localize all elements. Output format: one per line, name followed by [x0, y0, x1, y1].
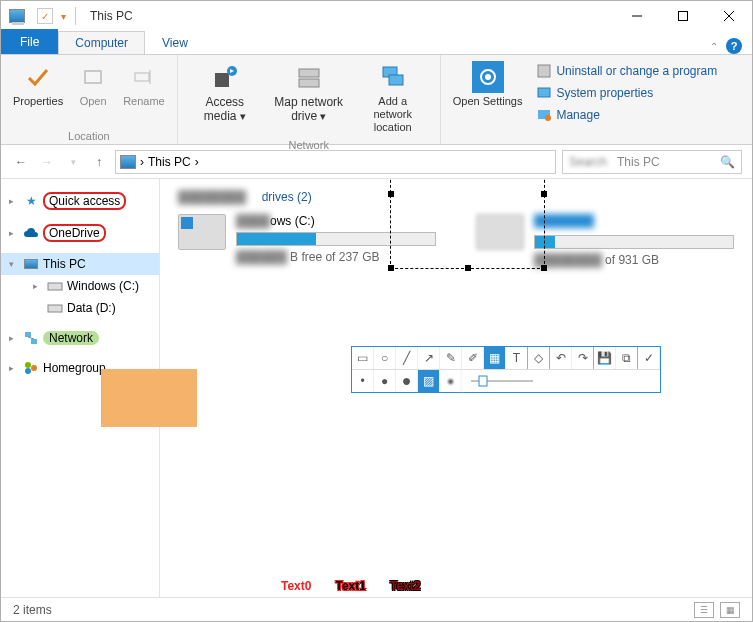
- manage-button[interactable]: Manage: [532, 105, 721, 125]
- minimize-button[interactable]: [614, 1, 660, 31]
- map-network-drive-button[interactable]: Map network drive ▾: [270, 59, 348, 126]
- status-bar: 2 items ☰ ▦: [1, 597, 752, 621]
- up-button[interactable]: ↑: [89, 152, 109, 172]
- tiles-view-button[interactable]: ▦: [720, 602, 740, 618]
- checkmark-icon: [22, 61, 54, 93]
- drive-icon: [47, 300, 63, 316]
- this-pc-icon: [120, 155, 136, 169]
- titlebar-left: ✓ ▾ This PC: [9, 7, 133, 25]
- svg-rect-22: [25, 332, 31, 337]
- network-icon: [23, 330, 39, 346]
- svg-rect-5: [135, 73, 149, 81]
- tool-arrow[interactable]: ↗: [418, 347, 440, 369]
- media-icon: [209, 61, 241, 93]
- properties-button[interactable]: Properties: [9, 59, 67, 110]
- sidebar-item-network[interactable]: ▸ Network: [1, 327, 159, 349]
- svg-rect-17: [538, 88, 550, 97]
- open-settings-button[interactable]: Open Settings: [449, 59, 527, 110]
- selection-rectangle[interactable]: [390, 179, 545, 269]
- details-view-button[interactable]: ☰: [694, 602, 714, 618]
- tool-text[interactable]: T: [506, 347, 528, 369]
- add-network-location-button[interactable]: Add a network location: [354, 59, 432, 137]
- sidebar-item-windows-c[interactable]: ▸ Windows (C:): [1, 275, 159, 297]
- svg-rect-10: [299, 79, 319, 87]
- uninstall-icon: [536, 63, 552, 79]
- recent-locations-button[interactable]: ▾: [63, 152, 83, 172]
- titlebar: ✓ ▾ This PC: [1, 1, 752, 31]
- capacity-bar: [534, 235, 734, 249]
- search-icon: 🔍: [720, 155, 735, 169]
- size-large[interactable]: ●: [396, 370, 418, 392]
- monitor-icon: [23, 256, 39, 272]
- rename-button[interactable]: Rename: [119, 59, 169, 110]
- tool-rectangle[interactable]: ▭: [352, 347, 374, 369]
- svg-point-19: [545, 115, 551, 121]
- item-count: 2 items: [13, 603, 52, 617]
- back-button[interactable]: ←: [11, 152, 31, 172]
- sidebar-item-onedrive[interactable]: ▸ OneDrive: [1, 221, 159, 245]
- svg-rect-7: [215, 73, 229, 87]
- tool-line[interactable]: ╱: [396, 347, 418, 369]
- rename-icon: [128, 61, 160, 93]
- tool-eraser[interactable]: ◇: [528, 347, 550, 369]
- cloud-icon: [23, 225, 39, 241]
- help-icon[interactable]: ?: [726, 38, 742, 54]
- address-bar[interactable]: › This PC ›: [115, 150, 556, 174]
- tool-pencil[interactable]: ✎: [440, 347, 462, 369]
- maximize-button[interactable]: [660, 1, 706, 31]
- access-media-button[interactable]: Access media ▾: [186, 59, 264, 126]
- window-title: This PC: [90, 9, 133, 23]
- qat-dropdown[interactable]: ▾: [57, 8, 69, 24]
- qat-item[interactable]: ✓: [37, 8, 53, 24]
- mosaic-style-2[interactable]: ●: [440, 370, 462, 392]
- annotation-toolbar[interactable]: ▭ ○ ╱ ↗ ✎ ✐ ▦ T ◇ ↶ ↷ 💾 ⧉ ✓ • ● ● ▨ ●: [351, 346, 661, 393]
- system-properties-button[interactable]: System properties: [532, 83, 721, 103]
- svg-point-15: [485, 74, 491, 80]
- forward-button[interactable]: →: [37, 152, 57, 172]
- close-button[interactable]: [706, 1, 752, 31]
- svg-rect-21: [48, 305, 62, 312]
- sidebar-item-data-d[interactable]: ▸ Data (D:): [1, 297, 159, 319]
- drive-icon: [47, 278, 63, 294]
- tool-copy[interactable]: ⧉: [616, 347, 638, 369]
- search-input[interactable]: Search This PC 🔍: [562, 150, 742, 174]
- svg-rect-16: [538, 65, 550, 77]
- network-location-icon: [377, 61, 409, 93]
- ribbon-tabs: File Computer View ⌃ ?: [1, 31, 752, 55]
- sidebar-item-this-pc[interactable]: ▾ This PC: [1, 253, 159, 275]
- tool-undo[interactable]: ↶: [550, 347, 572, 369]
- svg-point-25: [25, 362, 31, 368]
- uninstall-program-button[interactable]: Uninstall or change a program: [532, 61, 721, 81]
- tab-computer[interactable]: Computer: [58, 31, 145, 54]
- collapse-ribbon-button[interactable]: ⌃: [710, 41, 718, 52]
- file-explorer-window: ✓ ▾ This PC File Computer View ⌃ ? Prope…: [0, 0, 753, 622]
- mosaic-style-1[interactable]: ▨: [418, 370, 440, 392]
- tool-ellipse[interactable]: ○: [374, 347, 396, 369]
- mosaic-size-slider[interactable]: [462, 370, 542, 392]
- tab-view[interactable]: View: [145, 31, 205, 54]
- tool-done[interactable]: ✓: [638, 347, 660, 369]
- svg-point-26: [31, 365, 37, 371]
- navigation-pane: ▸ ★ Quick access ▸ OneDrive ▾ This PC ▸ …: [1, 179, 160, 597]
- drive-icon: [293, 61, 325, 93]
- tool-save[interactable]: 💾: [594, 347, 616, 369]
- tool-redo[interactable]: ↷: [572, 347, 594, 369]
- separator: [75, 7, 76, 25]
- annotation-text-samples: Text0 Text1 Text2: [281, 579, 420, 593]
- svg-rect-23: [31, 339, 37, 344]
- svg-rect-9: [299, 69, 319, 77]
- size-small[interactable]: •: [352, 370, 374, 392]
- tool-mosaic[interactable]: ▦: [484, 347, 506, 369]
- svg-point-27: [25, 368, 31, 374]
- ribbon: Properties Open Rename Location Access m…: [1, 55, 752, 145]
- quick-access-toolbar: ✓ ▾: [37, 8, 69, 24]
- tool-marker[interactable]: ✐: [462, 347, 484, 369]
- text0: Text0: [281, 579, 311, 593]
- breadcrumb[interactable]: This PC: [148, 155, 191, 169]
- drive-icon: [178, 214, 226, 250]
- tab-file[interactable]: File: [1, 29, 58, 54]
- size-medium[interactable]: ●: [374, 370, 396, 392]
- text1: Text1: [335, 579, 365, 593]
- sidebar-item-quick-access[interactable]: ▸ ★ Quick access: [1, 189, 159, 213]
- open-button[interactable]: Open: [73, 59, 113, 110]
